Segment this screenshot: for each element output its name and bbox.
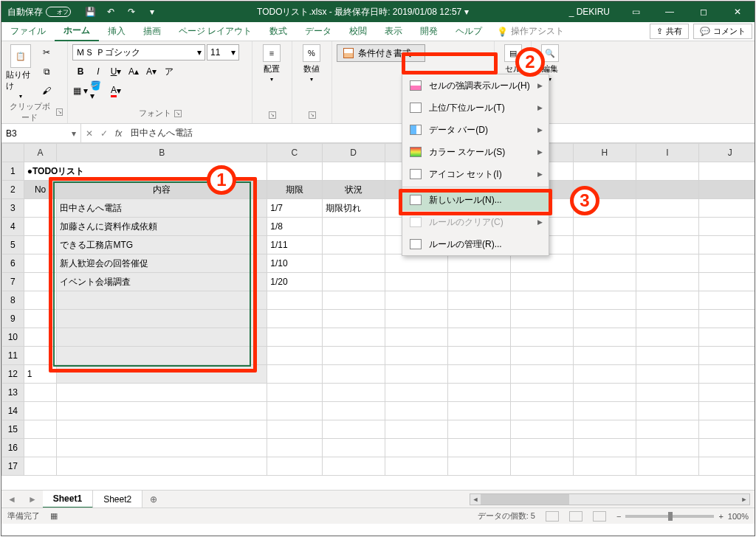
accept-formula-icon[interactable]: ✓ [100, 128, 108, 139]
col-header[interactable]: H [573, 144, 636, 162]
row-header[interactable]: 5 [2, 236, 24, 254]
phonetic-icon[interactable]: ア [161, 63, 177, 80]
cell[interactable]: 1/7 [267, 199, 322, 218]
tell-me[interactable]: 💡操作アシスト [491, 25, 570, 38]
col-header[interactable]: I [636, 144, 698, 162]
tab-formulas[interactable]: 数式 [261, 22, 296, 41]
zoom-level[interactable]: 100% [728, 512, 749, 521]
font-color-icon[interactable]: A ▾ [108, 83, 124, 99]
row-header[interactable]: 10 [2, 328, 24, 347]
horizontal-scrollbar[interactable]: ◄► [470, 493, 750, 505]
align-launcher[interactable]: ↘ [269, 111, 276, 119]
undo-icon[interactable]: ↶ [105, 6, 117, 18]
col-header[interactable]: J [698, 144, 755, 162]
menu-clear-rules[interactable]: ルールのクリア(C)▶ [402, 211, 549, 233]
cancel-formula-icon[interactable]: ✕ [86, 128, 93, 139]
share-button[interactable]: ⇪共有 [650, 24, 689, 39]
clipboard-launcher[interactable]: ↘ [56, 108, 63, 116]
cell[interactable]: 1/10 [267, 254, 322, 273]
cell[interactable]: 内容 [57, 181, 267, 199]
italic-button[interactable]: I [90, 63, 106, 80]
alignment-button[interactable]: ≡配置▾ [257, 44, 286, 83]
fill-color-icon[interactable]: 🪣 ▾ [90, 83, 106, 99]
cut-icon[interactable]: ✂ [38, 44, 55, 60]
view-normal-icon[interactable] [546, 511, 559, 522]
select-all-corner[interactable] [2, 144, 24, 162]
cell[interactable]: 田中さんへ電話 [57, 199, 267, 218]
name-box[interactable]: B3▾ [1, 124, 81, 142]
paste-button[interactable]: 📋 貼り付け ▾ [6, 44, 35, 100]
underline-button[interactable]: U ▾ [108, 63, 124, 80]
menu-icon-sets[interactable]: アイコン セット(I)▶ [402, 163, 549, 185]
bold-button[interactable]: B [72, 63, 89, 80]
cell[interactable]: ●TODOリスト [24, 162, 267, 181]
format-painter-icon[interactable]: 🖌 [38, 83, 55, 99]
zoom-in-button[interactable]: + [718, 512, 723, 521]
tab-draw[interactable]: 描画 [134, 22, 170, 41]
cell[interactable]: イベント会場調査 [57, 273, 267, 291]
tab-help[interactable]: ヘルプ [447, 22, 491, 41]
macro-record-icon[interactable]: ▦ [50, 511, 58, 521]
menu-manage-rules[interactable]: ルールの管理(R)... [402, 233, 549, 255]
cell[interactable]: No [24, 181, 57, 199]
tab-review[interactable]: 校閲 [340, 22, 376, 41]
cell[interactable]: 新人歓迎会の回答催促 [57, 254, 267, 273]
cell[interactable]: 1/8 [267, 218, 322, 236]
ribbon-options-icon[interactable]: ▭ [619, 1, 653, 22]
autosave-toggle[interactable]: オフ [46, 7, 71, 17]
cell[interactable]: 加藤さんに資料作成依頼 [57, 218, 267, 236]
row-header[interactable]: 15 [2, 420, 24, 439]
row-header[interactable]: 6 [2, 254, 24, 273]
row-header[interactable]: 17 [2, 457, 24, 476]
cell[interactable]: 1 [24, 365, 57, 384]
menu-data-bars[interactable]: データ バー(D)▶ [402, 119, 549, 141]
cell[interactable]: 1/20 [267, 273, 322, 291]
qat-more-icon[interactable]: ▾ [146, 6, 158, 18]
row-header[interactable]: 13 [2, 384, 24, 402]
font-name-combo[interactable]: ＭＳ Ｐゴシック▾ [72, 44, 205, 60]
cell[interactable]: 状況 [322, 181, 385, 199]
menu-color-scales[interactable]: カラー スケール(S)▶ [402, 141, 549, 163]
number-launcher[interactable]: ↘ [309, 111, 316, 119]
sheet-nav-next[interactable]: ► [22, 494, 43, 505]
row-header[interactable]: 8 [2, 291, 24, 310]
close-icon[interactable]: ✕ [721, 1, 755, 22]
tab-home[interactable]: ホーム [55, 22, 99, 41]
tab-view[interactable]: 表示 [376, 22, 411, 41]
borders-icon[interactable]: ▦ ▾ [72, 83, 89, 99]
conditional-formatting-button[interactable]: 条件付き書式▾ [337, 44, 425, 62]
row-header[interactable]: 12 [2, 365, 24, 384]
zoom-slider[interactable] [625, 515, 714, 518]
redo-icon[interactable]: ↷ [126, 6, 137, 18]
cell[interactable]: 1/11 [267, 236, 322, 254]
font-size-combo[interactable]: 11▾ [207, 44, 239, 60]
fx-icon[interactable]: fx [115, 128, 122, 139]
menu-new-rule[interactable]: 新しいルール(N)... [402, 189, 549, 211]
menu-top-bottom-rules[interactable]: 上位/下位ルール(T)▶ [402, 97, 549, 119]
col-header[interactable]: A [24, 144, 57, 162]
col-header[interactable]: D [322, 144, 385, 162]
row-header[interactable]: 11 [2, 347, 24, 365]
menu-highlight-rules[interactable]: セルの強調表示ルール(H)▶ [402, 75, 549, 97]
row-header[interactable]: 16 [2, 439, 24, 457]
tab-file[interactable]: ファイル [1, 22, 55, 41]
row-header[interactable]: 3 [2, 199, 24, 218]
row-header[interactable]: 9 [2, 310, 24, 328]
col-header[interactable]: B [57, 144, 267, 162]
zoom-out-button[interactable]: − [616, 512, 621, 521]
row-header[interactable]: 2 [2, 181, 24, 199]
add-sheet-button[interactable]: ⊕ [142, 494, 165, 505]
cell[interactable]: 期限切れ [322, 199, 385, 218]
row-header[interactable]: 14 [2, 402, 24, 420]
row-header[interactable]: 1 [2, 162, 24, 181]
tab-insert[interactable]: 挿入 [99, 22, 134, 41]
cell[interactable]: 期限 [267, 181, 322, 199]
view-page-layout-icon[interactable] [569, 511, 583, 522]
copy-icon[interactable]: ⧉ [38, 63, 55, 80]
comments-button[interactable]: 💬コメント [693, 24, 752, 39]
tab-layout[interactable]: ページ レイアウト [170, 22, 261, 41]
col-header[interactable]: C [267, 144, 322, 162]
maximize-icon[interactable]: ◻ [687, 1, 721, 22]
row-header[interactable]: 7 [2, 273, 24, 291]
tab-developer[interactable]: 開発 [411, 22, 447, 41]
